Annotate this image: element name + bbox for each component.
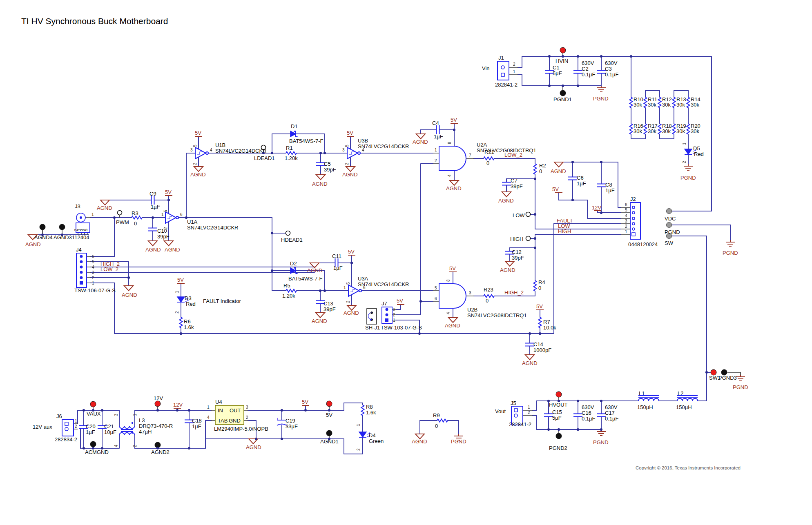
C6-symbol — [568, 177, 577, 180]
junction-dot — [547, 428, 550, 431]
C2-symbol — [573, 71, 582, 73]
c11-ref: C11 — [332, 253, 341, 259]
j6-pin2: 2 — [75, 424, 77, 429]
c16-volt: 630V — [582, 404, 594, 410]
vout-label: Vout — [495, 408, 506, 414]
c1-val: 5µF — [553, 70, 562, 76]
u1a-pin5: 5 — [163, 210, 168, 212]
agnd-symbol-u1a — [164, 241, 173, 246]
U1A-inverter — [165, 212, 178, 223]
test-points — [40, 47, 727, 448]
agnd-u1b-label: AGND — [190, 171, 206, 178]
junction-dot — [539, 332, 541, 335]
C7-symbol — [502, 182, 511, 185]
net-high2: HIGH_2 — [504, 289, 524, 296]
j2-pin3: 3 — [625, 219, 627, 223]
agnd2-tp-label: AGND2 — [151, 449, 170, 455]
pwr-5v-u1b: 5V — [195, 130, 201, 136]
R3-symbol — [132, 216, 142, 219]
j7-pin3: 3 — [393, 307, 395, 312]
R6-symbol — [180, 317, 183, 328]
j4-pin6: 6 — [92, 254, 94, 259]
r6-val: 1.6k — [184, 324, 194, 330]
agnd-c13-label: AGND — [312, 318, 327, 324]
c13-ref: C13 — [323, 300, 333, 307]
l3-ref: L3 — [139, 417, 145, 423]
j4-pin1: 1 — [92, 281, 94, 285]
d3-pin2: 2 — [175, 311, 179, 314]
j2-pin6: 6 — [625, 202, 627, 207]
u1a-ref: U1A — [187, 219, 198, 225]
agnd-symbol-c13 — [316, 313, 325, 318]
r5-ref: R5 — [283, 283, 290, 289]
c19-val: 33µF — [286, 423, 298, 429]
5V-testpoint — [326, 401, 332, 407]
R10-symbol — [630, 97, 633, 108]
C8-symbol — [597, 184, 606, 187]
r23-ref: R23 — [484, 287, 493, 293]
c17-ref: C17 — [605, 410, 615, 416]
VDC-testpoint — [667, 209, 672, 214]
d5-color: Red — [694, 151, 704, 157]
C3-symbol — [597, 71, 606, 73]
u4-part: LM2940IMP-5.0/NOPB — [214, 426, 268, 432]
u3a-pin5: 5 — [346, 282, 350, 285]
R14-symbol — [687, 97, 690, 108]
j2-part: 0448120024 — [628, 241, 658, 247]
c21-ref: C21 — [104, 423, 114, 429]
junction-dot — [600, 400, 602, 402]
d3-ref: D3 — [185, 295, 192, 301]
j3-pin1: 1 — [91, 212, 94, 217]
agnd-symbol-c5 — [316, 175, 325, 180]
l3-pin1: 1 — [133, 414, 137, 416]
u3b-pin3: 3 — [342, 148, 345, 152]
u3a-part: SN74LVC2G14DCKR — [358, 281, 409, 287]
agnd-c9-label: AGND — [97, 205, 112, 211]
u1b-pin3: 3 — [190, 148, 193, 152]
j4-part: TSW-106-07-G-S — [74, 287, 116, 294]
aux-label: 12V aux — [33, 424, 52, 430]
pwr-12v-l3: 12V — [173, 402, 183, 408]
agnd-symbol-c9 — [100, 200, 109, 205]
l3-val: 47µH — [139, 429, 152, 435]
u2b-part: SN74LVC2G08IDCTRQ1 — [467, 312, 527, 318]
AGND3-testpoint — [59, 224, 65, 230]
J4-connector — [76, 253, 87, 287]
u2a-pin1: 1 — [435, 148, 437, 152]
r7-val: 10.0k — [543, 325, 556, 331]
pwr-12v-j2: 12V — [592, 205, 601, 211]
agnd-c11-label: AGND — [307, 267, 323, 274]
u2a-pin2: 2 — [435, 158, 437, 163]
junction-dot — [534, 237, 536, 240]
c8-ref: C8 — [605, 182, 612, 188]
net-high: HIGH — [558, 228, 571, 234]
SH-J1-shunt — [367, 309, 377, 324]
junction-dot — [271, 232, 273, 234]
pgnd-symbol-sw — [736, 375, 745, 381]
j6-pin1: 1 — [75, 419, 77, 423]
junction-dot — [271, 269, 273, 272]
agnd-symbol-j4 — [124, 286, 133, 291]
hvout-tp-label: HVOUT — [549, 402, 568, 408]
junction-dot — [577, 85, 579, 87]
c8-val: 1µF — [605, 187, 615, 194]
d4-pin1: 1 — [356, 424, 361, 426]
C17-symbol — [597, 414, 606, 417]
agnd-u1a-label: AGND — [165, 247, 180, 253]
r1-val: 1.20k — [285, 155, 298, 161]
agnd-symbol-c7 — [502, 192, 511, 197]
d4-color: Green — [369, 438, 384, 444]
PGND-testpoint — [667, 222, 672, 228]
u2b-pin6: 6 — [435, 296, 437, 301]
d5-pgnd-label: PGND — [680, 175, 696, 181]
pwr-5v-r7: 5V — [536, 303, 543, 309]
junction-dot — [571, 199, 574, 201]
C15-symbol — [544, 414, 553, 417]
c6-val: 1µF — [577, 180, 586, 187]
junction-dot — [562, 85, 564, 87]
c13-val: 39pF — [323, 306, 336, 312]
r4-ref: R4 — [538, 279, 545, 285]
agnd-symbol-u3b — [346, 167, 355, 171]
low-tp-label: LOW — [513, 212, 525, 218]
12v-tp-label: 12V — [154, 395, 163, 401]
